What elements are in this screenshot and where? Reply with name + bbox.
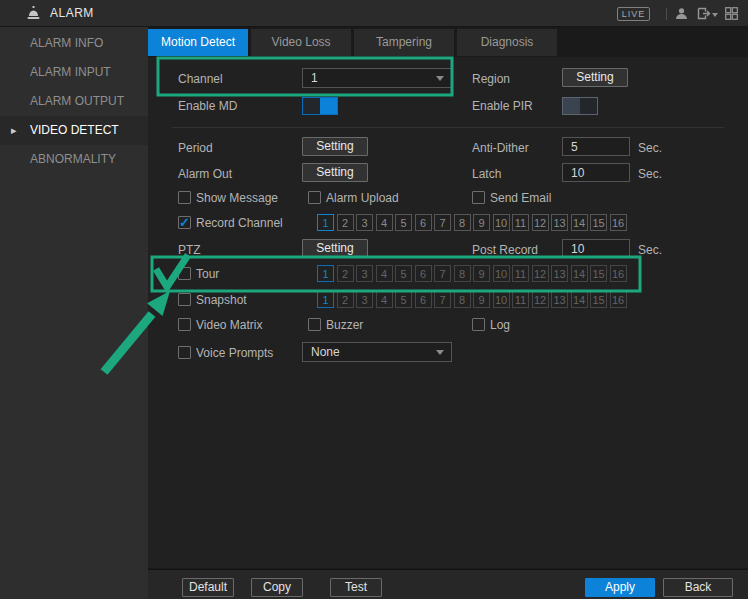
channel-button-3[interactable]: 3 bbox=[356, 265, 373, 282]
channel-button-2[interactable]: 2 bbox=[337, 265, 354, 282]
latch-input[interactable] bbox=[562, 163, 630, 182]
channel-button-15[interactable]: 15 bbox=[590, 265, 607, 282]
channel-button-16[interactable]: 16 bbox=[610, 265, 627, 282]
channel-button-2[interactable]: 2 bbox=[337, 214, 354, 231]
channel-button-6[interactable]: 6 bbox=[415, 214, 432, 231]
channel-button-7[interactable]: 7 bbox=[434, 214, 451, 231]
sidebar-item-alarm-output[interactable]: ▸ALARM OUTPUT bbox=[0, 87, 148, 116]
default-button[interactable]: Default bbox=[182, 578, 234, 597]
tab-diagnosis[interactable]: Diagnosis bbox=[457, 29, 557, 56]
tab-motion-detect[interactable]: Motion Detect bbox=[148, 29, 248, 56]
channel-button-1[interactable]: 1 bbox=[317, 291, 334, 308]
channel-button-5[interactable]: 5 bbox=[395, 291, 412, 308]
channel-button-9[interactable]: 9 bbox=[473, 265, 490, 282]
logout-icon[interactable] bbox=[697, 7, 711, 20]
channel-button-7[interactable]: 7 bbox=[434, 265, 451, 282]
channel-dropdown[interactable]: 1 bbox=[302, 68, 452, 88]
channel-button-5[interactable]: 5 bbox=[395, 265, 412, 282]
title-bar: ALARM LIVE bbox=[0, 0, 748, 27]
copy-button[interactable]: Copy bbox=[251, 578, 303, 597]
channel-button-10[interactable]: 10 bbox=[493, 214, 510, 231]
voice-prompts-dropdown[interactable]: None bbox=[302, 342, 452, 362]
tab-video-loss[interactable]: Video Loss bbox=[251, 29, 351, 56]
channel-button-11[interactable]: 11 bbox=[512, 291, 529, 308]
live-button[interactable]: LIVE bbox=[617, 7, 650, 21]
channel-button-13[interactable]: 13 bbox=[551, 265, 568, 282]
footer-bar: Default Copy Test Apply Back bbox=[148, 569, 748, 599]
tour-label: Tour bbox=[196, 267, 219, 281]
apply-button[interactable]: Apply bbox=[585, 578, 655, 597]
channel-button-9[interactable]: 9 bbox=[473, 214, 490, 231]
logout-caret-icon[interactable] bbox=[712, 13, 718, 17]
tab-tampering[interactable]: Tampering bbox=[354, 29, 454, 56]
channel-label: Channel bbox=[178, 72, 223, 86]
anti-dither-input[interactable] bbox=[562, 137, 630, 156]
snapshot-checkbox[interactable] bbox=[178, 293, 191, 306]
sidebar: ▸ALARM INFO ▸ALARM INPUT ▸ALARM OUTPUT ▸… bbox=[0, 27, 148, 599]
channel-button-8[interactable]: 8 bbox=[454, 265, 471, 282]
channel-button-11[interactable]: 11 bbox=[512, 265, 529, 282]
log-checkbox[interactable] bbox=[472, 318, 485, 331]
channel-button-10[interactable]: 10 bbox=[493, 265, 510, 282]
channel-button-4[interactable]: 4 bbox=[376, 291, 393, 308]
period-setting-button[interactable]: Setting bbox=[302, 137, 368, 156]
video-matrix-checkbox[interactable] bbox=[178, 318, 191, 331]
channel-button-4[interactable]: 4 bbox=[376, 214, 393, 231]
channel-button-1[interactable]: 1 bbox=[317, 214, 334, 231]
channel-button-11[interactable]: 11 bbox=[512, 214, 529, 231]
channel-button-14[interactable]: 14 bbox=[571, 265, 588, 282]
channel-button-10[interactable]: 10 bbox=[493, 291, 510, 308]
ptz-setting-button[interactable]: Setting bbox=[302, 239, 368, 258]
channel-button-8[interactable]: 8 bbox=[454, 291, 471, 308]
grid-view-icon[interactable] bbox=[725, 7, 738, 20]
channel-button-16[interactable]: 16 bbox=[610, 291, 627, 308]
enable-pir-toggle[interactable] bbox=[562, 97, 598, 115]
sidebar-item-abnormality[interactable]: ▸ABNORMALITY bbox=[0, 145, 148, 174]
channel-button-9[interactable]: 9 bbox=[473, 291, 490, 308]
sidebar-item-alarm-info[interactable]: ▸ALARM INFO bbox=[0, 29, 148, 58]
channel-button-12[interactable]: 12 bbox=[532, 291, 549, 308]
channel-button-8[interactable]: 8 bbox=[454, 214, 471, 231]
channel-button-14[interactable]: 14 bbox=[571, 291, 588, 308]
channel-button-14[interactable]: 14 bbox=[571, 214, 588, 231]
channel-button-7[interactable]: 7 bbox=[434, 291, 451, 308]
sidebar-item-alarm-input[interactable]: ▸ALARM INPUT bbox=[0, 58, 148, 87]
channel-button-6[interactable]: 6 bbox=[415, 265, 432, 282]
voice-prompts-label: Voice Prompts bbox=[196, 346, 273, 360]
voice-prompts-checkbox[interactable] bbox=[178, 346, 191, 359]
buzzer-checkbox[interactable] bbox=[308, 318, 321, 331]
back-button[interactable]: Back bbox=[663, 578, 733, 597]
alarm-out-setting-button[interactable]: Setting bbox=[302, 163, 368, 182]
log-label: Log bbox=[490, 318, 510, 332]
alarm-upload-label: Alarm Upload bbox=[326, 191, 399, 205]
enable-pir-label: Enable PIR bbox=[472, 99, 533, 113]
channel-button-15[interactable]: 15 bbox=[590, 291, 607, 308]
sidebar-item-video-detect[interactable]: ▸VIDEO DETECT bbox=[0, 116, 148, 145]
channel-button-13[interactable]: 13 bbox=[551, 214, 568, 231]
channel-button-13[interactable]: 13 bbox=[551, 291, 568, 308]
channel-button-4[interactable]: 4 bbox=[376, 265, 393, 282]
channel-button-6[interactable]: 6 bbox=[415, 291, 432, 308]
channel-button-15[interactable]: 15 bbox=[590, 214, 607, 231]
alarm-window: ALARM LIVE ▸ALARM INFO ▸ALARM INPUT ▸ALA… bbox=[0, 0, 748, 599]
post-record-input[interactable] bbox=[562, 239, 630, 258]
channel-button-16[interactable]: 16 bbox=[610, 214, 627, 231]
channel-button-2[interactable]: 2 bbox=[337, 291, 354, 308]
enable-md-toggle[interactable] bbox=[302, 97, 338, 115]
channel-button-3[interactable]: 3 bbox=[356, 291, 373, 308]
latch-label: Latch bbox=[472, 167, 501, 181]
alarm-upload-checkbox[interactable] bbox=[308, 191, 321, 204]
channel-button-3[interactable]: 3 bbox=[356, 214, 373, 231]
test-button[interactable]: Test bbox=[330, 578, 382, 597]
region-setting-button[interactable]: Setting bbox=[562, 68, 628, 87]
show-message-checkbox[interactable] bbox=[178, 191, 191, 204]
tour-checkbox[interactable] bbox=[178, 267, 191, 280]
video-matrix-label: Video Matrix bbox=[196, 318, 262, 332]
send-email-checkbox[interactable] bbox=[472, 191, 485, 204]
user-icon[interactable] bbox=[675, 7, 688, 20]
channel-button-1[interactable]: 1 bbox=[317, 265, 334, 282]
record-channel-checkbox[interactable] bbox=[178, 216, 191, 229]
channel-button-5[interactable]: 5 bbox=[395, 214, 412, 231]
channel-button-12[interactable]: 12 bbox=[532, 214, 549, 231]
channel-button-12[interactable]: 12 bbox=[532, 265, 549, 282]
